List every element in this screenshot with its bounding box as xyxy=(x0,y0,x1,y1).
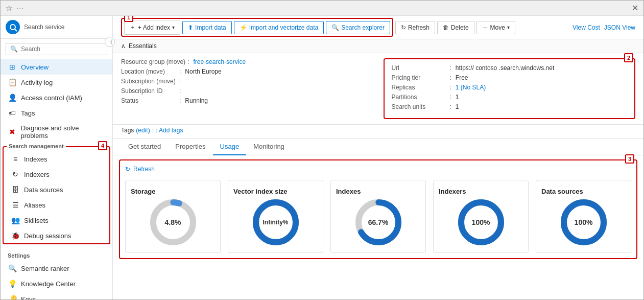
move-button[interactable]: → Move ▾ xyxy=(476,21,515,34)
delete-icon: 🗑 xyxy=(443,24,449,31)
semantic-ranker-icon: 🔍 xyxy=(8,264,17,272)
location-row: Location (move) : North Europe xyxy=(121,68,373,75)
keys-icon: 🔑 xyxy=(8,295,17,299)
star-icon[interactable]: ☆ xyxy=(6,4,12,13)
sidebar-item-keys[interactable]: 🔑 Keys xyxy=(1,291,112,299)
essentials-collapse-icon[interactable]: ∧ xyxy=(121,42,126,50)
settings-title: Settings xyxy=(1,247,112,261)
page-content: ∧ Essentials Resource group (move) : fre… xyxy=(113,39,643,299)
aliases-icon: ☰ xyxy=(11,201,20,209)
sidebar-header: Search service xyxy=(1,16,112,39)
resource-group-row: Resource group (move) : free-search-serv… xyxy=(121,58,373,65)
tab-usage[interactable]: Usage xyxy=(213,139,247,155)
card-storage: Storage4.8% xyxy=(125,180,221,253)
sidebar-item-data-sources[interactable]: 🗄 Data sources xyxy=(4,182,109,197)
sidebar-item-debug-sessions[interactable]: 🐞 Debug sessions xyxy=(4,228,109,243)
donut-value-indexers: 100% xyxy=(472,218,490,226)
sidebar-item-overview[interactable]: ⊞ Overview xyxy=(1,59,112,75)
donut-wrapper-data-sources: 100% xyxy=(561,199,607,245)
sidebar-item-activity-log[interactable]: 📋 Activity log xyxy=(1,75,112,90)
refresh-icon: ↻ xyxy=(401,24,406,31)
main-content: 1 ＋ + Add index ▾ ⬆ Import data ⚡ Imp xyxy=(113,16,643,299)
add-index-button[interactable]: ＋ + Add index ▾ xyxy=(124,20,180,35)
sidebar-item-tags[interactable]: 🏷 Tags xyxy=(1,105,112,121)
usage-refresh-label: Refresh xyxy=(133,166,155,173)
essentials-left: Resource group (move) : free-search-serv… xyxy=(121,58,373,119)
import-vectorize-icon: ⚡ xyxy=(240,24,247,31)
import-vectorize-button[interactable]: ⚡ Import and vectorize data xyxy=(234,21,324,34)
json-view-link[interactable]: JSON View xyxy=(604,24,635,31)
sidebar-item-label: Data sources xyxy=(24,186,63,194)
sidebar-item-indexers[interactable]: ↻ Indexers xyxy=(4,167,109,182)
tags-label: Tags xyxy=(121,127,134,134)
toolbar-right: View Cost JSON View xyxy=(573,24,635,31)
card-title-storage: Storage xyxy=(131,188,155,195)
more-icon[interactable]: ··· xyxy=(16,4,25,12)
essentials-right-wrapper: 2 Url : https:// contoso .search.windows… xyxy=(384,58,636,119)
replicas-value[interactable]: 1 (No SLA) xyxy=(456,84,486,91)
badge-4: 4 xyxy=(98,141,107,150)
sidebar: Search service 🔍 《 ⊞ Overview 📋 Activity… xyxy=(1,16,113,299)
tags-edit-link[interactable]: (edit) xyxy=(136,127,150,134)
sidebar-item-label: Indexes xyxy=(24,155,47,163)
location-label: Location (move) xyxy=(121,68,177,75)
card-vector-index-size: Vector index sizeInfinity% xyxy=(228,180,323,253)
import-data-button[interactable]: ⬆ Import data xyxy=(182,21,232,34)
debug-sessions-icon: 🐞 xyxy=(11,232,20,240)
pricing-row: Pricing tier : Free xyxy=(392,74,628,81)
move-icon: → xyxy=(482,24,488,31)
card-title-indexes: Indexes xyxy=(336,188,361,195)
sidebar-item-label: Knowledge Center xyxy=(21,280,76,288)
sidebar-search-box[interactable]: 🔍 xyxy=(6,43,107,55)
tab-get-started[interactable]: Get started xyxy=(121,139,168,155)
search-explorer-button[interactable]: 🔍 Search explorer xyxy=(326,21,390,34)
status-label: Status xyxy=(121,97,177,104)
sidebar-service-label: Search service xyxy=(24,24,64,31)
skillsets-icon: 👥 xyxy=(11,216,20,224)
usage-refresh-icon: ↻ xyxy=(125,166,130,173)
location-value: North Europe xyxy=(185,68,221,75)
sidebar-item-aliases[interactable]: ☰ Aliases xyxy=(4,197,109,213)
data-sources-icon: 🗄 xyxy=(11,186,20,194)
close-icon[interactable]: ✕ xyxy=(632,3,638,13)
resource-group-value[interactable]: free-search-service xyxy=(193,58,246,65)
search-management-section: Search management ≡ Indexes ↻ Indexers 🗄… xyxy=(3,146,110,244)
tab-properties[interactable]: Properties xyxy=(168,139,212,155)
usage-refresh-row[interactable]: ↻ Refresh xyxy=(125,166,631,173)
tags-add-link[interactable]: : Add tags xyxy=(156,127,183,134)
delete-button[interactable]: 🗑 Delete xyxy=(437,21,474,34)
search-input[interactable] xyxy=(21,45,103,53)
subscription-row: Subscription (move) : xyxy=(121,78,373,85)
move-dropdown-icon: ▾ xyxy=(507,25,510,30)
tags-icon: 🏷 xyxy=(8,109,17,117)
sidebar-item-semantic-ranker[interactable]: 🔍 Semantic ranker xyxy=(1,261,112,276)
tags-row: Tags (edit) : : Add tags xyxy=(113,125,643,139)
replicas-label: Replicas xyxy=(392,84,448,91)
sidebar-item-label: Tags xyxy=(21,109,35,117)
pricing-label: Pricing tier xyxy=(392,74,448,81)
sidebar-item-label: Debug sessions xyxy=(24,232,71,240)
tab-monitoring[interactable]: Monitoring xyxy=(246,139,292,155)
refresh-button[interactable]: ↻ Refresh xyxy=(395,21,435,34)
donut-value-indexes: 66.7% xyxy=(368,218,389,226)
card-indexers: Indexers100% xyxy=(433,180,529,253)
search-management-title: Search management xyxy=(9,143,64,149)
sidebar-item-label: Indexers xyxy=(24,171,50,178)
sidebar-item-label: Overview xyxy=(21,63,49,71)
sidebar-item-indexes[interactable]: ≡ Indexes xyxy=(4,151,109,167)
sidebar-item-diagnose[interactable]: ✖ Diagnose and solve problems xyxy=(1,121,112,143)
sidebar-item-access-control[interactable]: 👤 Access control (IAM) xyxy=(1,90,112,105)
sidebar-item-skillsets[interactable]: 👥 Skillsets xyxy=(4,213,109,228)
subscription-id-row: Subscription ID : xyxy=(121,87,373,95)
essentials-header[interactable]: ∧ Essentials xyxy=(113,39,643,53)
sidebar-item-knowledge-center[interactable]: 💡 Knowledge Center xyxy=(1,276,112,291)
collapse-icon[interactable]: 《 xyxy=(105,37,113,47)
card-indexes: Indexes66.7% xyxy=(330,180,426,253)
sidebar-item-label: Skillsets xyxy=(24,217,49,224)
add-index-icon: ＋ xyxy=(130,23,136,32)
view-cost-link[interactable]: View Cost xyxy=(573,24,600,31)
search-units-row: Search units : 1 xyxy=(392,103,628,110)
card-data-sources: Data sources100% xyxy=(536,180,631,253)
donut-value-storage: 4.8% xyxy=(165,218,181,226)
card-title-data-sources: Data sources xyxy=(541,188,583,195)
